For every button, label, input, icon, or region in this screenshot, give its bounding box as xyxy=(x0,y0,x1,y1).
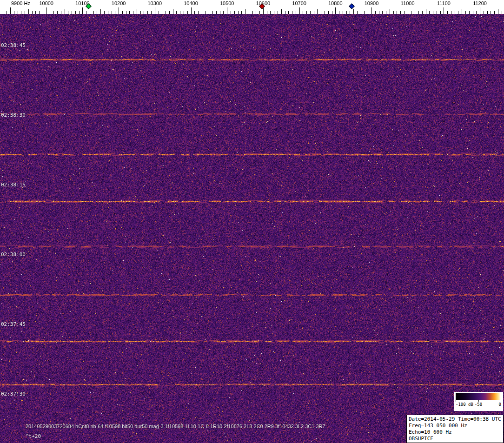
info-date-line: Date=2014-05-29 Time=00:38 UTC xyxy=(409,416,501,423)
freq-tick-label: 10500 xyxy=(220,0,234,6)
legend-min-label: -100 dB xyxy=(456,402,473,407)
time-tick-label: 02:38:15 xyxy=(1,182,26,187)
freq-tick-label: 10200 xyxy=(112,0,126,6)
time-tick-label: 02:37:45 xyxy=(1,321,26,327)
time-tick-label: 02:38:45 xyxy=(1,42,26,48)
frequency-ruler: 9900 Hz100001010010200103001040010500106… xyxy=(0,0,504,14)
info-echo-line: Echo=10 600 Hz xyxy=(409,429,501,436)
freq-tick-label: 10000 xyxy=(39,0,53,6)
observation-info-box: Date=2014-05-29 Time=00:38 UTC Freq=143 … xyxy=(406,415,504,443)
freq-tick-label: 11200 xyxy=(473,0,487,6)
freq-tick-label: 10400 xyxy=(184,0,198,6)
freq-tick-label: 10700 xyxy=(292,0,306,6)
freq-tick-label: 9900 Hz xyxy=(11,0,30,6)
spectrogram-area: 02:38:4502:38:3002:38:1502:38:0002:37:45… xyxy=(0,14,504,443)
spectrogram-canvas[interactable] xyxy=(0,14,504,443)
db-scale-legend: -100 dB -50 0 xyxy=(454,392,503,411)
time-tick-label: 02:38:00 xyxy=(1,251,26,257)
time-tick-label: 02:38:30 xyxy=(1,112,26,118)
meteor-spectrogram-window: 9900 Hz100001010010200103001040010500106… xyxy=(0,0,504,443)
detection-info-text: 20140529003720684 hCnt8 nb-64 f10598 hit… xyxy=(26,423,325,429)
legend-max-label: 0 xyxy=(499,402,501,407)
db-gradient-bar xyxy=(456,393,501,400)
time-cursor-text: ^t+20 xyxy=(26,433,41,439)
freq-tick-label: 10300 xyxy=(148,0,162,6)
freq-tick-label: 11100 xyxy=(437,0,451,6)
legend-mid-label: -50 xyxy=(475,402,482,407)
freq-tick-label: 11000 xyxy=(401,0,415,6)
freq-tick-label: 10800 xyxy=(328,0,343,6)
legend-labels: -100 dB -50 0 xyxy=(456,402,501,407)
time-tick-label: 02:37:30 xyxy=(1,391,26,397)
info-freq-line: Freq=143 050 000 Hz xyxy=(409,423,501,429)
freq-tick-label: 10900 xyxy=(365,0,379,6)
info-station-line: OBSUPICE xyxy=(409,436,501,442)
